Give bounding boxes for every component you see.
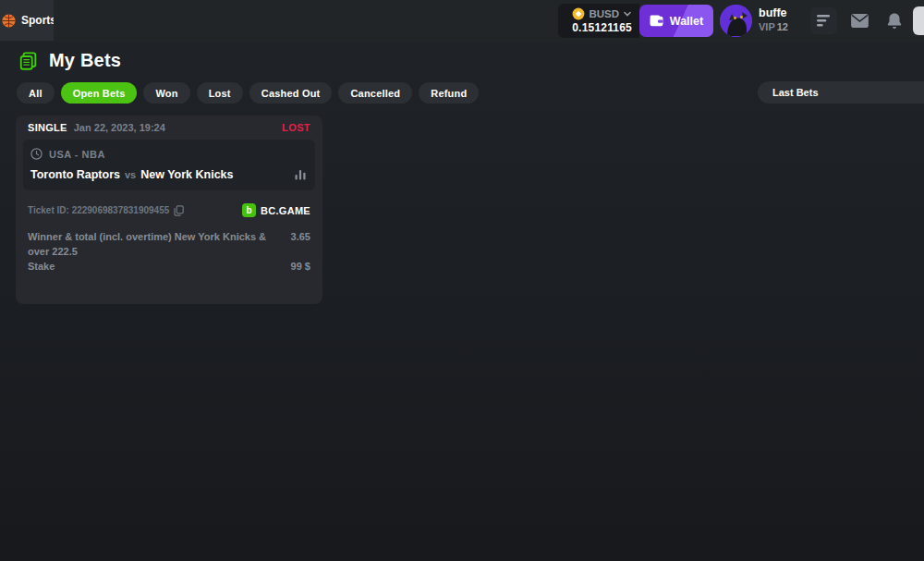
away-team: New York Knicks (140, 168, 233, 181)
tab-sports-label: Sports (21, 14, 54, 27)
sort-select[interactable]: Last Bets (758, 81, 924, 104)
match-title: Toronto Raptors vs New York Knicks (30, 168, 308, 181)
brand-logo: b BC.GAME (242, 203, 310, 217)
edge-partial-button[interactable] (913, 6, 924, 35)
username: buffe (759, 6, 788, 19)
brand-logo-text: BC.GAME (261, 205, 310, 216)
selection-label: Winner & total (incl. overtime) New York… (28, 229, 282, 259)
wallet-button-label: Wallet (670, 15, 703, 28)
tab-sports[interactable]: Sports (0, 0, 54, 41)
basketball-icon (1, 13, 17, 29)
bet-slip-button[interactable] (810, 7, 837, 34)
bell-icon (887, 13, 902, 29)
vip-badge: VIP12 (759, 21, 788, 32)
bet-status-badge: LOST (282, 122, 310, 133)
selection-rows: Winner & total (incl. overtime) New York… (16, 217, 322, 274)
clock-icon (30, 148, 43, 160)
sort-select-value: Last Bets (772, 87, 819, 98)
filter-chip-cashed-out[interactable]: Cashed Out (249, 82, 333, 104)
page-head: My Bets (18, 50, 121, 71)
ticket-id-value: 2229069837831909455 (72, 205, 170, 215)
currency-selector[interactable]: BUSD 0.15121165 (558, 4, 639, 38)
selection-row: Winner & total (incl. overtime) New York… (28, 229, 310, 259)
bet-slip-icon (817, 15, 831, 27)
ticket-row: Ticket ID: 2229069837831909455 b BC.GAME (16, 190, 322, 217)
vip-number: 12 (777, 21, 788, 32)
wallet-button[interactable]: Wallet (639, 5, 713, 37)
stake-value: 99 $ (291, 259, 310, 274)
topbar: Sports BUSD 0.15121165 Wallet (0, 0, 924, 42)
inbox-icon (851, 14, 869, 28)
inbox-button[interactable] (846, 7, 873, 34)
chevron-down-icon (623, 9, 632, 18)
vip-label: VIP (759, 21, 775, 32)
match-stats-button[interactable] (293, 169, 308, 180)
filter-chip-cancelled[interactable]: Cancelled (338, 82, 412, 104)
page-title: My Bets (49, 50, 121, 71)
busd-coin-icon (572, 7, 585, 20)
user-meta[interactable]: buffe VIP12 (759, 6, 788, 32)
bet-card: SINGLE Jan 22, 2023, 19:24 LOST USA - NB… (16, 116, 322, 304)
filter-chip-lost[interactable]: Lost (197, 82, 243, 104)
notifications-button[interactable] (881, 7, 907, 34)
match-panel: USA - NBA Toronto Raptors vs New York Kn… (23, 140, 315, 190)
filter-chip-open-bets[interactable]: Open Bets (61, 82, 138, 104)
bet-type: SINGLE (28, 122, 67, 133)
currency-code: BUSD (589, 8, 619, 19)
filter-bar: All Open Bets Won Lost Cashed Out Cancel… (17, 82, 479, 104)
copy-icon (174, 205, 184, 216)
stake-label: Stake (28, 259, 55, 274)
my-bets-icon (18, 51, 39, 71)
avatar[interactable] (720, 5, 752, 37)
bet-date: Jan 22, 2023, 19:24 (74, 122, 165, 133)
bet-card-header: SINGLE Jan 22, 2023, 19:24 LOST (16, 116, 322, 140)
selection-odds: 3.65 (291, 229, 310, 259)
league-label: USA - NBA (49, 149, 105, 160)
home-team: Toronto Raptors (30, 168, 120, 181)
league-row: USA - NBA (30, 148, 308, 160)
filter-chip-won[interactable]: Won (143, 82, 189, 104)
app-screen: Sports BUSD 0.15121165 Wallet (0, 0, 924, 561)
stake-row: Stake 99 $ (28, 259, 310, 274)
brand-logo-icon: b (242, 203, 256, 217)
wallet-icon (650, 15, 663, 27)
stats-icon (295, 169, 306, 180)
filter-chip-all[interactable]: All (17, 82, 55, 104)
filter-chip-refund[interactable]: Refund (419, 82, 479, 104)
ticket-id-label: Ticket ID: 2229069837831909455 (28, 205, 169, 215)
vs-label: vs (125, 169, 136, 180)
copy-ticket-button[interactable] (174, 205, 184, 216)
wallet-balance: 0.15121165 (572, 21, 632, 34)
